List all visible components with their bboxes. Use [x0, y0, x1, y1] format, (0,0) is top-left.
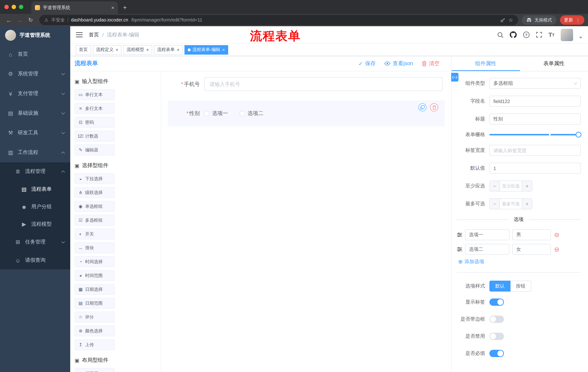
component-item[interactable]: ◒ 下拉选择 — [74, 173, 115, 184]
sidebar-item-devtools[interactable]: ⚒ 研发工具 — [0, 123, 70, 143]
title-input[interactable] — [489, 114, 581, 125]
close-window-button[interactable] — [4, 5, 9, 9]
url-bar[interactable]: ⚠ 不安全 dashboard.yudao.iocoder.cn/bpm/man… — [39, 15, 518, 25]
component-type-select[interactable]: 多选框组 — [489, 78, 581, 89]
remove-option-icon[interactable]: ⊖ — [554, 232, 559, 238]
option-value-input[interactable] — [512, 244, 551, 255]
component-item[interactable]: ⋔ 级联选择 — [74, 187, 115, 198]
view-json-button[interactable]: 查看json — [384, 60, 413, 67]
component-item[interactable]: 123 计数器 — [74, 131, 115, 142]
default-value-input[interactable] — [489, 163, 581, 174]
sidebar-item-process-management[interactable]: ≣ 流程管理 — [0, 162, 70, 181]
required-toggle[interactable] — [489, 350, 504, 357]
link-icon[interactable] — [451, 73, 459, 82]
component-item[interactable]: ≡ 多行文本 — [74, 103, 115, 114]
component-item[interactable]: ⊡ 密码 — [74, 117, 115, 128]
component-item[interactable]: ◉ 单选框组 — [74, 201, 115, 212]
gender-field-selected[interactable]: *性别 选项一 选项二 — [168, 100, 445, 126]
component-item[interactable]: ⊛ 颜色选择 — [74, 325, 115, 336]
avatar-caret-icon[interactable] — [579, 37, 582, 39]
fullscreen-icon[interactable] — [536, 32, 542, 38]
font-size-icon[interactable]: TT — [548, 32, 555, 38]
update-button[interactable]: 更新 ⋮ — [560, 15, 584, 25]
checkbox-option[interactable]: 选项一 — [204, 110, 228, 117]
checkbox-option[interactable]: 选项二 — [240, 110, 263, 117]
reload-button[interactable]: ↻ — [25, 17, 36, 23]
component-item[interactable]: ▦ 日期选择 — [74, 284, 115, 295]
minus-icon[interactable]: − — [490, 199, 500, 209]
sidebar-item-task-management[interactable]: ⊞ 任务管理 — [0, 233, 70, 251]
forward-button[interactable]: → — [15, 17, 25, 23]
field-name-input[interactable] — [489, 96, 581, 107]
remove-option-icon[interactable]: ⊖ — [554, 246, 559, 252]
minus-icon[interactable]: − — [490, 181, 500, 191]
tag-process-model[interactable]: 流程模型 × — [123, 45, 152, 54]
component-item[interactable]: ▭ 单行文本 — [74, 89, 115, 100]
browser-tab[interactable]: 芋道管理系统 × — [31, 1, 118, 14]
tab-close-icon[interactable]: × — [111, 5, 114, 10]
search-icon[interactable] — [497, 32, 504, 38]
sidebar-item-user-groups[interactable]: ☻ 用户分组 — [0, 198, 70, 215]
component-item[interactable]: ↥ 上传 — [74, 339, 115, 350]
delete-field-button[interactable] — [430, 103, 438, 111]
sidebar-item-infrastructure[interactable]: ▤ 基础设施 — [0, 103, 70, 123]
plus-icon[interactable]: + — [522, 181, 532, 191]
tab-component-props[interactable]: 组件属性 — [452, 56, 520, 71]
component-item[interactable]: ▥ 行容器 — [74, 368, 115, 372]
disabled-toggle[interactable] — [489, 333, 504, 340]
component-item[interactable]: ◐ 开关 — [74, 229, 115, 240]
tag-process-form-edit[interactable]: 流程表单-编辑 × — [184, 45, 228, 54]
security-label[interactable]: 不安全 — [51, 17, 65, 23]
sidebar-item-system[interactable]: ⚙ 系统管理 — [0, 64, 70, 84]
tag-process-form[interactable]: 流程表单 × — [154, 45, 183, 54]
help-icon[interactable]: ? — [523, 31, 530, 38]
max-input[interactable] — [500, 199, 522, 209]
grid-slider[interactable] — [489, 132, 581, 138]
back-button[interactable]: ← — [4, 17, 14, 23]
save-button[interactable]: ✓ 保存 — [358, 60, 376, 67]
new-tab-button[interactable]: + — [123, 4, 127, 11]
maximize-window-button[interactable] — [19, 5, 23, 9]
label-width-input[interactable] — [489, 145, 581, 156]
tag-close-icon[interactable]: × — [116, 47, 118, 52]
component-item[interactable]: ▤ 日期范围 — [74, 298, 115, 309]
show-label-toggle[interactable] — [489, 298, 504, 306]
option-label-input[interactable] — [465, 229, 509, 240]
password-key-icon[interactable] — [500, 17, 505, 23]
add-option-button[interactable]: ⊕ 添加选项 — [458, 258, 581, 265]
sidebar-item-home[interactable]: ⌂ 首页 — [0, 44, 70, 64]
component-item[interactable]: ✎ 编辑器 — [74, 145, 115, 155]
min-input[interactable] — [500, 181, 522, 191]
bookmark-star-icon[interactable]: ☆ — [508, 17, 513, 23]
phone-field[interactable]: *手机号 — [168, 77, 445, 91]
sidebar-item-payment[interactable]: ¥ 支付管理 — [0, 84, 70, 103]
github-icon[interactable] — [510, 31, 517, 38]
checkbox[interactable] — [240, 111, 245, 116]
browser-menu-icon[interactable]: ⋮ — [576, 17, 580, 23]
tag-close-icon[interactable]: × — [177, 47, 179, 52]
checkbox[interactable] — [204, 111, 209, 116]
clear-button[interactable]: 清空 — [422, 60, 440, 67]
tag-close-icon[interactable]: × — [146, 47, 149, 52]
style-button-button[interactable]: 按钮 — [511, 281, 531, 292]
sidebar-item-process-model[interactable]: ▶ 流程模型 — [0, 215, 70, 233]
minimize-window-button[interactable] — [12, 5, 16, 9]
component-item[interactable]: ◔ 时间选择 — [74, 256, 115, 267]
copy-field-button[interactable] — [419, 103, 426, 111]
user-avatar[interactable] — [561, 29, 573, 41]
option-label-input[interactable] — [465, 244, 509, 255]
sidebar-item-workflow[interactable]: ▥ 工作流程 — [0, 143, 70, 162]
hamburger-icon[interactable] — [76, 32, 83, 37]
component-item[interactable]: ◕ 时间范围 — [74, 270, 115, 281]
drag-handle-icon[interactable] — [457, 246, 462, 252]
sidebar-item-process-form[interactable]: ▤ 流程表单 — [0, 181, 70, 198]
drag-handle-icon[interactable] — [457, 232, 462, 238]
tag-home[interactable]: 首页 — [76, 45, 91, 54]
plus-icon[interactable]: + — [522, 199, 532, 209]
tag-close-icon[interactable]: × — [222, 47, 225, 52]
sidebar-item-leave-query[interactable]: ☺ 请假查询 — [0, 251, 70, 269]
component-item[interactable]: ☆ 评分 — [74, 312, 115, 322]
slider-handle[interactable] — [576, 132, 581, 138]
style-default-button[interactable]: 默认 — [489, 281, 511, 292]
component-item[interactable]: ☑ 多选框组 — [74, 215, 115, 226]
